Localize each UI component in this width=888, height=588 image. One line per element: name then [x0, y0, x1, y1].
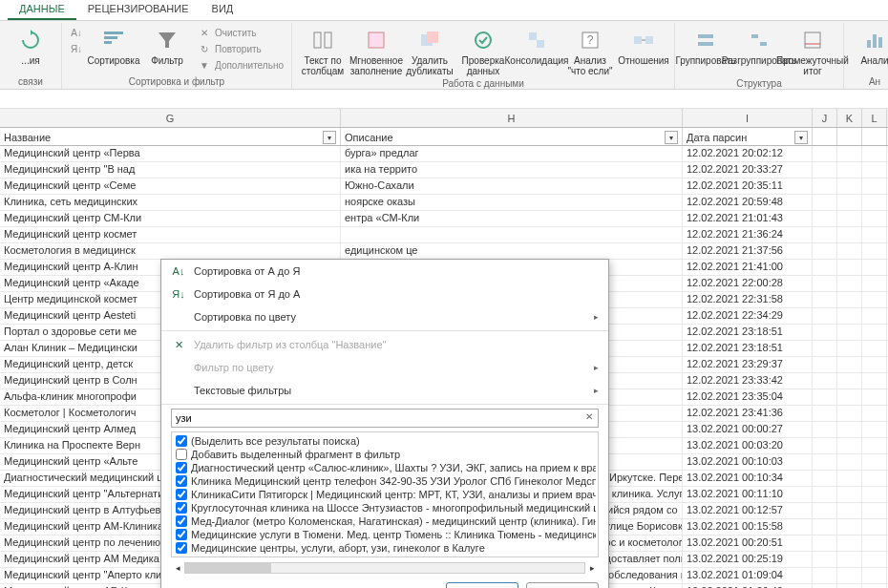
- cell[interactable]: [813, 389, 837, 405]
- cell[interactable]: [862, 292, 887, 307]
- checkbox[interactable]: [176, 542, 187, 554]
- filter-list-scrollbar[interactable]: ◂ ▸: [171, 561, 599, 575]
- table-row[interactable]: Медицинский центр «СемеЮжно-Сахали12.02.…: [0, 178, 888, 195]
- cell[interactable]: 12.02.2021 23:29:37: [683, 357, 813, 372]
- cell[interactable]: [862, 454, 887, 470]
- cell[interactable]: [837, 211, 862, 226]
- field-header-name[interactable]: Название▾: [0, 128, 341, 145]
- cell[interactable]: [813, 519, 837, 535]
- cell[interactable]: [862, 146, 887, 161]
- cell[interactable]: [837, 454, 862, 470]
- filter-checkbox-item[interactable]: Мед-Диалог (метро Коломенская, Нагатинск…: [174, 514, 596, 528]
- cell[interactable]: Косметология в медицинск: [0, 243, 341, 259]
- cell[interactable]: ноярске оказы: [341, 195, 683, 210]
- cell[interactable]: [837, 308, 862, 324]
- filter-checkbox-item[interactable]: Круглосуточная клиника на Шоссе Энтузиас…: [174, 501, 596, 514]
- cell[interactable]: [837, 438, 862, 453]
- analysis-button[interactable]: Анали: [850, 25, 888, 68]
- cell[interactable]: 13.02.2021 00:25:19: [683, 552, 813, 567]
- scroll-left-icon[interactable]: ◂: [171, 563, 184, 573]
- cell[interactable]: [862, 438, 887, 453]
- field-header-desc[interactable]: Описание▾: [341, 128, 683, 145]
- filter-checkbox-item[interactable]: Добавить выделенный фрагмент в фильтр: [174, 448, 596, 461]
- cell[interactable]: ика на террито: [341, 162, 683, 178]
- sort-za-item[interactable]: Я↓Сортировка от Я до А: [161, 283, 608, 305]
- table-row[interactable]: Медицинский центр космет12.02.2021 21:36…: [0, 227, 888, 243]
- checkbox[interactable]: [176, 462, 187, 473]
- cell[interactable]: [837, 292, 862, 307]
- cell[interactable]: [862, 406, 887, 421]
- relations-button[interactable]: Отношения: [619, 25, 668, 68]
- cell[interactable]: [862, 519, 887, 535]
- filter-search-input[interactable]: [171, 409, 599, 428]
- cell[interactable]: [837, 357, 862, 372]
- cell[interactable]: [813, 292, 837, 307]
- ok-button[interactable]: ОК: [446, 582, 518, 588]
- cell[interactable]: бурга» предлаг: [341, 146, 683, 161]
- checkbox[interactable]: [176, 502, 187, 514]
- filter-checkbox-item[interactable]: (Выделить все результаты поиска): [174, 434, 596, 448]
- cell[interactable]: Южно-Сахали: [341, 178, 683, 194]
- cell[interactable]: [813, 536, 837, 551]
- cell[interactable]: [813, 227, 837, 242]
- cell[interactable]: 13.02.2021 00:10:03: [683, 454, 813, 470]
- cell[interactable]: [813, 487, 837, 502]
- cell[interactable]: [813, 438, 837, 453]
- flash-fill-button[interactable]: Мгновенное заполнение: [351, 25, 401, 78]
- cell[interactable]: [837, 584, 862, 588]
- cell[interactable]: [862, 389, 887, 405]
- cell[interactable]: 12.02.2021 22:00:28: [683, 276, 813, 291]
- checkbox[interactable]: [176, 529, 187, 540]
- cell[interactable]: [813, 195, 837, 210]
- filter-checkbox-item[interactable]: Клиника Медицинский центр телефон 342-90…: [174, 474, 596, 488]
- cell[interactable]: [813, 146, 837, 161]
- remove-duplicates-button[interactable]: Удалить дубликаты: [405, 25, 455, 78]
- table-row[interactable]: Медицинский центр "В надика на террито12…: [0, 162, 888, 178]
- cell[interactable]: [837, 260, 862, 275]
- cell[interactable]: 12.02.2021 23:33:42: [683, 373, 813, 388]
- cell[interactable]: [862, 422, 887, 437]
- cell[interactable]: [837, 146, 862, 161]
- scroll-right-icon[interactable]: ▸: [585, 563, 599, 573]
- cell[interactable]: 13.02.2021 00:10:34: [683, 471, 813, 486]
- cell[interactable]: [837, 519, 862, 535]
- subtotal-button[interactable]: Промежуточный итог: [788, 25, 837, 78]
- cell[interactable]: [813, 568, 837, 583]
- checkbox[interactable]: [176, 475, 187, 487]
- sort-za-button[interactable]: Я↓: [68, 41, 85, 56]
- col-header-h[interactable]: H: [341, 109, 683, 127]
- cell[interactable]: [813, 211, 837, 226]
- cell[interactable]: [837, 422, 862, 437]
- advanced-filter-button[interactable]: ▼Дополнительно: [196, 57, 285, 73]
- cell[interactable]: [837, 536, 862, 551]
- cell[interactable]: [862, 276, 887, 291]
- cell[interactable]: 12.02.2021 20:02:12: [683, 146, 813, 161]
- cell[interactable]: Медицинский центр «Перва: [0, 146, 341, 161]
- cell[interactable]: [862, 178, 887, 194]
- cell[interactable]: [862, 195, 887, 210]
- sort-button[interactable]: Сортировка: [89, 25, 138, 68]
- clear-search-icon[interactable]: ✕: [582, 411, 596, 425]
- cell[interactable]: [813, 276, 837, 291]
- cell[interactable]: 12.02.2021 21:37:56: [683, 243, 813, 259]
- cell[interactable]: 12.02.2021 22:34:29: [683, 308, 813, 324]
- cell[interactable]: [837, 568, 862, 583]
- table-row[interactable]: Медицинский центр «Первабурга» предлаг12…: [0, 146, 888, 162]
- cell[interactable]: 13.02.2021 01:26:40: [683, 584, 813, 588]
- col-header-g[interactable]: G: [0, 109, 341, 127]
- cell[interactable]: Медицинский центр "В над: [0, 162, 341, 178]
- cell[interactable]: [862, 260, 887, 275]
- cancel-button[interactable]: Отмена: [526, 582, 599, 588]
- clear-filter-button[interactable]: ✕Очистить: [196, 25, 285, 40]
- cell[interactable]: 12.02.2021 20:33:27: [683, 162, 813, 178]
- cell[interactable]: 13.02.2021 00:00:27: [683, 422, 813, 437]
- sort-color-item[interactable]: Сортировка по цвету▸: [161, 305, 608, 328]
- cell[interactable]: [837, 162, 862, 178]
- cell[interactable]: едицинском це: [341, 243, 683, 259]
- field-header-k[interactable]: [837, 128, 862, 145]
- cell[interactable]: [813, 325, 837, 340]
- field-header-j[interactable]: [813, 128, 837, 145]
- sort-az-item[interactable]: A↓Сортировка от А до Я: [161, 260, 608, 283]
- cell[interactable]: [813, 471, 837, 486]
- cell[interactable]: ентра «СМ-Кли: [341, 211, 683, 226]
